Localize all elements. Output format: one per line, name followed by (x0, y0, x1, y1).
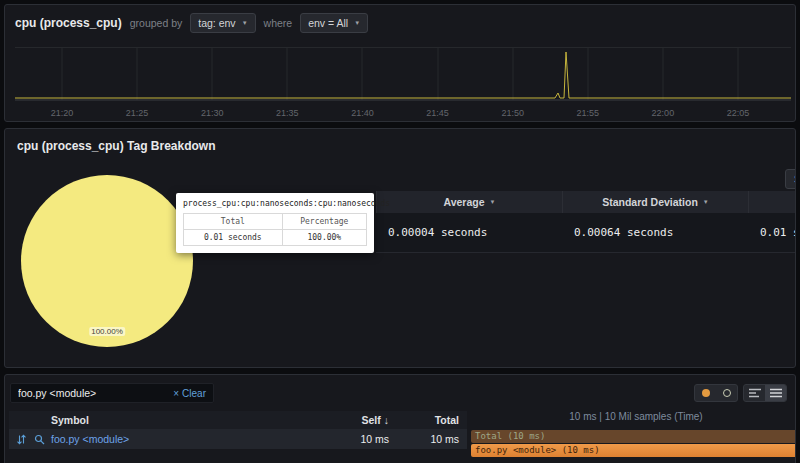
where-label: where (264, 17, 293, 29)
where-dropdown[interactable]: env = All ▼ (300, 13, 368, 33)
where-value: env = All (308, 17, 348, 29)
symbol-table-header: Symbol Self ↓ Total (9, 411, 467, 429)
tooltip-total-value: 0.01 seconds (184, 230, 283, 246)
x-tick: 21:35 (267, 108, 307, 118)
timeseries-header: cpu (process_cpu) grouped by tag: env ▼ … (5, 5, 795, 41)
x-axis-ticks: 21:20 21:25 21:30 21:35 21:40 21:45 21:5… (42, 108, 758, 118)
stats-header-row: Average ▼ Standard Deviation ▼ (376, 191, 796, 213)
profile-panel: × Clear (4, 374, 796, 463)
self-cell: 10 ms (325, 433, 389, 445)
symbol-column-header[interactable]: Symbol (9, 414, 325, 426)
stats-clipped-value: 0.01 seconds (748, 213, 796, 252)
swap-sort-icon[interactable] (16, 434, 27, 445)
x-tick: 21:20 (42, 108, 82, 118)
stats-header-clipped[interactable] (748, 191, 796, 213)
symbol-table-row[interactable]: foo.py <module> 10 ms 10 ms (9, 429, 467, 449)
symbol-table: Symbol Self ↓ Total foo.py <module> (9, 411, 467, 449)
symbol-search-box[interactable]: × Clear (10, 383, 214, 403)
total-cell: 10 ms (389, 433, 467, 445)
breakdown-title: cpu (process_cpu) Tag Breakdown (5, 129, 795, 163)
timeseries-chart[interactable] (15, 47, 791, 103)
table-view-button[interactable] (744, 385, 765, 401)
profile-toolbar (694, 384, 787, 402)
list-full-icon (770, 388, 782, 398)
x-tick: 22:00 (643, 108, 683, 118)
stats-stddev-value: 0.00064 seconds (562, 213, 748, 252)
stats-header-average[interactable]: Average ▼ (376, 191, 562, 213)
color-mode-button[interactable] (695, 385, 716, 401)
pale-dot-icon (723, 389, 731, 397)
tooltip-percentage-value: 100.00% (282, 230, 366, 246)
flamegraph-view-button[interactable] (765, 385, 786, 401)
tag-breakdown-panel: cpu (process_cpu) Tag Breakdown 100.00% … (4, 128, 796, 368)
timeseries-panel: cpu (process_cpu) grouped by tag: env ▼ … (4, 4, 796, 122)
pie-chart[interactable]: 100.00% (21, 175, 193, 347)
stats-average-value: 0.00004 seconds (376, 213, 562, 252)
tooltip-header-percentage: Percentage (282, 214, 366, 230)
profiler-app: cpu (process_cpu) grouped by tag: env ▼ … (0, 0, 800, 463)
timeseries-title: cpu (process_cpu) (15, 16, 122, 30)
flamegraph: 10 ms | 10 Mil samples (Time) Total (10 … (471, 411, 796, 457)
x-tick: 21:30 (192, 108, 232, 118)
x-tick: 21:55 (568, 108, 608, 118)
grouped-by-label: grouped by (130, 17, 183, 29)
search-icon[interactable] (34, 434, 45, 445)
palette-mode-button[interactable] (716, 385, 737, 401)
chevron-down-icon: ▼ (490, 199, 496, 205)
clear-search-button[interactable]: × Clear (173, 388, 206, 399)
view-toggle-group (743, 384, 787, 402)
chevron-down-icon: ▼ (242, 20, 248, 26)
chevron-down-icon: ▼ (703, 199, 709, 205)
breakdown-stats-table: Average ▼ Standard Deviation ▼ 0.00004 s… (376, 191, 796, 253)
timeseries-line-svg (15, 48, 791, 104)
orange-dot-icon (702, 389, 710, 397)
x-tick: 21:25 (117, 108, 157, 118)
tooltip-series-name: process_cpu:cpu:nanoseconds:cpu:nanoseco… (183, 199, 367, 208)
stats-header-stddev[interactable]: Standard Deviation ▼ (562, 191, 748, 213)
stats-value-row: 0.00004 seconds 0.00064 seconds 0.01 sec… (376, 213, 796, 253)
tooltip-header-total: Total (184, 214, 283, 230)
x-tick: 21:40 (342, 108, 382, 118)
flamegraph-meta: 10 ms | 10 Mil samples (Time) (471, 411, 796, 424)
breakdown-search-button[interactable]: S (785, 169, 796, 189)
tooltip-table: Total Percentage 0.01 seconds 100.00% (183, 213, 367, 246)
flame-frame-foo-module[interactable]: foo.py <module> (10 ms) (471, 444, 796, 457)
symbol-cell[interactable]: foo.py <module> (51, 433, 325, 445)
clear-label: Clear (182, 388, 206, 399)
flame-frame-total[interactable]: Total (10 ms) (471, 430, 796, 443)
row-action-icons (9, 434, 51, 445)
pie-tooltip: process_cpu:cpu:nanoseconds:cpu:nanoseco… (176, 193, 374, 253)
x-tick: 21:50 (493, 108, 533, 118)
close-icon: × (173, 388, 179, 399)
group-by-dropdown[interactable]: tag: env ▼ (190, 13, 255, 33)
chevron-down-icon: ▼ (354, 20, 360, 26)
x-tick: 22:05 (718, 108, 758, 118)
list-left-icon (749, 388, 761, 398)
total-column-header[interactable]: Total (389, 414, 467, 426)
symbol-search-input[interactable] (18, 387, 173, 399)
x-tick: 21:45 (418, 108, 458, 118)
pie-slice-label: 100.00% (89, 327, 125, 336)
self-column-header[interactable]: Self ↓ (325, 414, 389, 426)
group-by-value: tag: env (198, 17, 235, 29)
color-toggle-group (694, 384, 738, 402)
